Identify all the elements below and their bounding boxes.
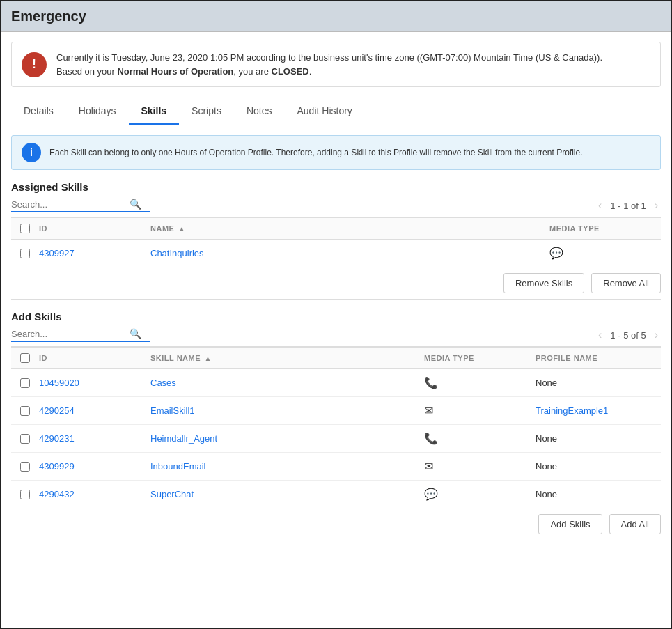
assigned-skills-action-row: Remove Skills Remove All	[11, 273, 661, 293]
table-row: 4290254 EmailSkill1 ✉ TrainingExample1	[11, 397, 661, 425]
assigned-skills-col-name: NAME ▲	[150, 224, 549, 233]
assigned-row-0-media: 💬	[549, 247, 661, 260]
assigned-skills-search-wrap: 🔍	[11, 199, 150, 212]
assigned-skills-name-sort-icon[interactable]: ▲	[178, 225, 185, 233]
page-title-text: Emergency	[11, 8, 86, 24]
table-row: 4309929 InboundEmail ✉ None	[11, 453, 661, 481]
add-row-0-name[interactable]: Cases	[150, 378, 424, 388]
assigned-row-0-checkbox[interactable]	[20, 249, 30, 258]
alert-text2: Based on your	[56, 66, 117, 77]
alert-banner: ! Currently it is Tuesday, June 23, 2020…	[11, 42, 661, 87]
add-row-4-id[interactable]: 4290432	[39, 489, 150, 499]
tab-skills[interactable]: Skills	[129, 98, 180, 125]
add-row-3-media: ✉	[424, 460, 536, 473]
tabs-bar: Details Holidays Skills Scripts Notes Au…	[11, 98, 661, 125]
alert-bold1: Normal Hours of Operation	[117, 66, 233, 77]
assigned-skills-prev-arrow[interactable]: ‹	[595, 199, 604, 212]
assigned-skills-search-icon[interactable]: 🔍	[130, 199, 141, 210]
add-row-0-id[interactable]: 10459020	[39, 378, 150, 388]
add-row-2-name[interactable]: Heimdallr_Agent	[150, 433, 424, 444]
add-skills-col-media: MEDIA TYPE	[424, 354, 536, 362]
alert-text3: , you are	[233, 66, 271, 77]
assigned-skills-pagination: ‹ 1 - 1 of 1 ›	[595, 199, 661, 212]
add-row-2-checkbox[interactable]	[20, 434, 30, 444]
assigned-skills-pagination-text: 1 - 1 of 1	[610, 201, 646, 211]
remove-all-button[interactable]: Remove All	[591, 273, 661, 293]
add-skills-col-id: ID	[39, 354, 150, 362]
info-icon: i	[22, 143, 41, 162]
table-row: 4309927 ChatInquiries 💬	[11, 240, 661, 267]
add-row-1-name[interactable]: EmailSkill1	[150, 405, 424, 416]
tab-audit-history[interactable]: Audit History	[284, 98, 364, 125]
add-row-1-media: ✉	[424, 404, 536, 417]
add-row-2-id[interactable]: 4290231	[39, 433, 150, 444]
add-skills-table: ID SKILL NAME ▲ MEDIA TYPE PROFILE NAME …	[11, 347, 661, 508]
assigned-skills-col-id: ID	[39, 224, 150, 233]
add-skills-header-row: ID SKILL NAME ▲ MEDIA TYPE PROFILE NAME	[11, 347, 661, 369]
add-skills-select-all-checkbox[interactable]	[20, 353, 30, 363]
tab-notes[interactable]: Notes	[234, 98, 285, 125]
alert-text-line1: Currently it is Tuesday, June 23, 2020 1…	[56, 52, 602, 63]
assigned-skills-search-row: 🔍 ‹ 1 - 1 of 1 ›	[11, 199, 661, 217]
assigned-skills-select-all-checkbox[interactable]	[20, 224, 30, 233]
remove-skills-button[interactable]: Remove Skills	[503, 273, 584, 293]
add-row-1-checkbox[interactable]	[20, 406, 30, 416]
assigned-skills-table: ID NAME ▲ MEDIA TYPE 4309927 ChatInquiri…	[11, 217, 661, 267]
add-skills-search-wrap: 🔍	[11, 328, 150, 342]
add-skills-name-sort-icon[interactable]: ▲	[205, 355, 212, 362]
add-row-3-checkbox[interactable]	[20, 462, 30, 472]
add-skills-col-profile: PROFILE NAME	[536, 354, 661, 362]
add-skills-action-row: Add Skills Add All	[11, 514, 661, 534]
page-title: Emergency	[1, 1, 671, 32]
add-skills-col-skillname: SKILL NAME ▲	[150, 354, 424, 362]
add-row-1-id[interactable]: 4290254	[39, 405, 150, 416]
add-skills-next-arrow[interactable]: ›	[652, 329, 661, 341]
add-skills-pagination-text: 1 - 5 of 5	[610, 330, 646, 341]
table-row: 10459020 Cases 📞 None	[11, 369, 661, 397]
add-row-0-media: 📞	[424, 376, 536, 389]
alert-text4: .	[309, 66, 312, 77]
assigned-skills-col-media: MEDIA TYPE	[549, 224, 661, 233]
assigned-skills-search-input[interactable]	[11, 199, 130, 210]
add-row-3-id[interactable]: 4309929	[39, 461, 150, 472]
add-row-2-profile: None	[536, 433, 661, 444]
add-row-2-media: 📞	[424, 432, 536, 445]
alert-bold2: CLOSED	[272, 66, 309, 77]
add-skills-title: Add Skills	[11, 311, 661, 323]
assigned-skills-next-arrow[interactable]: ›	[652, 199, 661, 212]
add-skills-pagination: ‹ 1 - 5 of 5 ›	[595, 329, 661, 341]
info-banner: i Each Skill can belong to only one Hour…	[11, 135, 661, 170]
tab-scripts[interactable]: Scripts	[179, 98, 234, 125]
add-all-button[interactable]: Add All	[609, 514, 661, 534]
add-skills-search-icon[interactable]: 🔍	[130, 328, 141, 339]
info-text: Each Skill can belong to only one Hours …	[49, 148, 582, 157]
add-skills-search-row: 🔍 ‹ 1 - 5 of 5 ›	[11, 328, 661, 347]
add-skills-prev-arrow[interactable]: ‹	[595, 329, 604, 341]
assigned-skills-title: Assigned Skills	[11, 181, 661, 193]
section-divider	[11, 299, 661, 300]
add-row-4-media: 💬	[424, 488, 536, 501]
add-row-4-profile: None	[536, 489, 661, 499]
assigned-row-0-id[interactable]: 4309927	[39, 248, 150, 258]
add-skills-button[interactable]: Add Skills	[538, 514, 602, 534]
alert-icon: !	[22, 52, 47, 77]
tab-details[interactable]: Details	[11, 98, 66, 125]
assigned-skills-header-row: ID NAME ▲ MEDIA TYPE	[11, 217, 661, 240]
table-row: 4290231 Heimdallr_Agent 📞 None	[11, 425, 661, 453]
add-row-4-checkbox[interactable]	[20, 490, 30, 499]
add-row-0-checkbox[interactable]	[20, 378, 30, 388]
alert-text: Currently it is Tuesday, June 23, 2020 1…	[56, 51, 602, 78]
tab-holidays[interactable]: Holidays	[66, 98, 129, 125]
add-row-3-profile: None	[536, 461, 661, 472]
add-skills-search-input[interactable]	[11, 329, 130, 339]
table-row: 4290432 SuperChat 💬 None	[11, 481, 661, 508]
add-row-1-profile[interactable]: TrainingExample1	[536, 405, 661, 416]
add-row-3-name[interactable]: InboundEmail	[150, 461, 424, 472]
add-row-0-profile: None	[536, 378, 661, 388]
add-row-4-name[interactable]: SuperChat	[150, 489, 424, 499]
assigned-row-0-name[interactable]: ChatInquiries	[150, 248, 549, 258]
